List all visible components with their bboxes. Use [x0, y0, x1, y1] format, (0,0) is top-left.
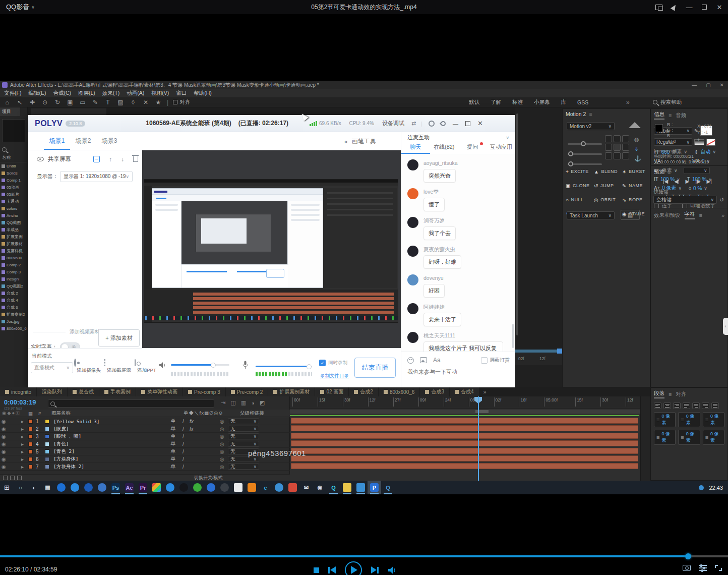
- comp-tab[interactable]: 总合成: [68, 387, 99, 396]
- ae-comp-tab[interactable]: [31, 108, 106, 115]
- ae-tool-icon[interactable]: ↖: [16, 99, 24, 106]
- volume-button[interactable]: [388, 566, 397, 574]
- taskbar-app-icon[interactable]: [163, 481, 177, 494]
- shortcut-select[interactable]: 空格键∨: [653, 196, 717, 204]
- project-item[interactable]: incogni: [0, 275, 27, 282]
- collapse-source-icon[interactable]: −: [93, 156, 100, 162]
- expand-out-icon[interactable]: [10, 476, 15, 480]
- label-color-chip[interactable]: [28, 434, 33, 439]
- move-up-icon[interactable]: ↑: [109, 156, 112, 163]
- device-debug-button[interactable]: 设备调试: [382, 120, 404, 127]
- layer-color-chip[interactable]: [45, 434, 49, 439]
- taskbar-app-icon[interactable]: ○: [14, 481, 27, 494]
- tab-scene-1[interactable]: 场景1: [44, 137, 70, 150]
- parent-select[interactable]: 无∨: [228, 464, 259, 470]
- ae-menu-item[interactable]: 动画(A): [127, 90, 144, 97]
- toggle-switches-modes[interactable]: 切换开关/模式: [194, 475, 223, 481]
- ae-tool-icon[interactable]: ▨: [116, 99, 125, 106]
- always-on-top-button[interactable]: [666, 0, 682, 14]
- project-item[interactable]: 扩展素材: [0, 240, 27, 247]
- no-fill-swatch[interactable]: [706, 139, 715, 146]
- ae-menu-item[interactable]: 效果(T): [102, 90, 119, 97]
- speaker-icon[interactable]: [159, 362, 167, 369]
- project-item[interactable]: 扩展案例: [0, 233, 27, 240]
- ae-tool-icon[interactable]: ✚: [28, 99, 36, 106]
- ae-restore-icon[interactable]: ▢: [706, 82, 710, 88]
- ae-close-icon[interactable]: ✕: [720, 82, 724, 88]
- timeline-scroll-column[interactable]: [640, 396, 650, 481]
- emoji-icon[interactable]: [407, 357, 414, 364]
- stroke-style-select[interactable]: ∨: [684, 167, 710, 174]
- tab-info[interactable]: 信息: [654, 111, 664, 120]
- chevron-down-icon[interactable]: ∨: [506, 135, 509, 140]
- comp-tab[interactable]: Pre-comp 3: [183, 387, 225, 396]
- shy-switch[interactable]: 单: [170, 463, 183, 470]
- anchor-tools[interactable]: ◍ ⇓ ⚓: [634, 136, 641, 162]
- eye-toggle[interactable]: ◉: [0, 426, 7, 432]
- align-left-icon[interactable]: [654, 402, 661, 409]
- ae-menu-item[interactable]: 编辑(E): [28, 90, 46, 97]
- label-color-chip[interactable]: [28, 449, 33, 454]
- taskbar-app-icon[interactable]: [354, 481, 368, 494]
- anchor-grid-cell[interactable]: [614, 135, 621, 142]
- graph-editor-icon[interactable]: ◩: [260, 399, 265, 406]
- draft-3d-icon[interactable]: ◫: [230, 399, 235, 406]
- taskbar-app-icon[interactable]: ✉: [299, 481, 313, 494]
- chat-scrollbar[interactable]: [512, 324, 514, 348]
- record-checkbox-row[interactable]: ✓ 同时录制: [319, 360, 347, 366]
- taskbar-app-icon[interactable]: ◉: [313, 481, 327, 494]
- brush-tool-button[interactable]: 画笔工具: [352, 137, 376, 146]
- align-right-icon[interactable]: [673, 402, 681, 409]
- shy-switch[interactable]: 单: [170, 440, 183, 447]
- polyv-minimize-icon[interactable]: —: [453, 121, 458, 127]
- trash-icon[interactable]: [133, 156, 138, 162]
- shy-switch[interactable]: 单: [170, 433, 183, 440]
- block-reward-checkbox[interactable]: 屏蔽打赏: [481, 357, 510, 364]
- polyv-maximize-icon[interactable]: [465, 121, 470, 126]
- taskbar-app-icon[interactable]: [245, 481, 259, 494]
- panel-collapse-tab[interactable]: ‹: [723, 318, 728, 335]
- layer-name[interactable]: [眼皮]: [49, 426, 170, 432]
- lamp-icon[interactable]: ◍: [634, 136, 641, 143]
- seek-knob[interactable]: [685, 553, 691, 559]
- snap-toggle[interactable]: 对齐: [173, 99, 190, 106]
- comp-tab[interactable]: 合成2: [349, 387, 378, 396]
- taskbar-app-icon[interactable]: [82, 481, 95, 494]
- parent-pickwhip-icon[interactable]: ◎: [220, 449, 228, 454]
- text-format-icon[interactable]: Aa: [433, 357, 441, 364]
- previous-button[interactable]: [328, 566, 336, 573]
- timeline-layer-row[interactable]: ◉ ▸ 7 [方块身体 2] 单 / ◎ 无∨: [0, 463, 290, 471]
- layer-name[interactable]: [眼球 、嘴]: [49, 433, 170, 440]
- anchor-grid-cell[interactable]: [605, 135, 612, 142]
- taskbar-app-icon[interactable]: [150, 481, 163, 494]
- expand-in-icon[interactable]: [3, 476, 8, 480]
- eye-toggle[interactable]: ◉: [0, 456, 7, 462]
- layer-duration-bar[interactable]: [291, 463, 638, 469]
- project-item[interactable]: 05动画: [0, 184, 27, 191]
- ae-menu-item[interactable]: 图层(L): [78, 90, 95, 97]
- project-item[interactable]: Untitl: [0, 162, 27, 169]
- layer-color-chip[interactable]: [45, 419, 49, 424]
- parent-pickwhip-icon[interactable]: ◎: [220, 426, 228, 432]
- expand-arrow-icon[interactable]: ▸: [21, 419, 28, 424]
- timeline-layer-row[interactable]: ◉ ▸ 4 [青色] 单 / ◎ 无∨: [0, 440, 290, 448]
- project-item[interactable]: Solids: [0, 169, 27, 177]
- preview-panel-title[interactable]: 预览: [654, 168, 664, 176]
- eye-toggle[interactable]: ◉: [0, 464, 7, 470]
- taskbar-app-icon[interactable]: [231, 481, 245, 494]
- motion-preset-select[interactable]: Motion v2∨: [567, 122, 615, 130]
- eye-toggle[interactable]: ◉: [0, 434, 7, 439]
- project-search-icon[interactable]: [2, 147, 7, 152]
- motion-tool-button[interactable]: ○ NULL: [566, 196, 594, 204]
- layer-color-chip[interactable]: [45, 457, 49, 462]
- project-item[interactable]: 800x600_6: [0, 325, 27, 332]
- project-item[interactable]: 扩展案例2: [0, 311, 27, 318]
- expand-all-icon[interactable]: [17, 476, 22, 480]
- parent-pickwhip-icon[interactable]: ◎: [220, 464, 228, 470]
- timeline-layer-row[interactable]: ◉ ▸ 5 [青色 2] 单 / ◎ 无∨: [0, 448, 290, 455]
- work-area-handle[interactable]: [475, 410, 489, 413]
- video-frame[interactable]: Adobe After Effects - E:\高高手AE课程\正式课程\高高…: [0, 81, 728, 494]
- project-tab[interactable]: 项目: [0, 107, 20, 116]
- snapshot-button[interactable]: [683, 565, 691, 571]
- layer-name[interactable]: [青色]: [49, 441, 170, 447]
